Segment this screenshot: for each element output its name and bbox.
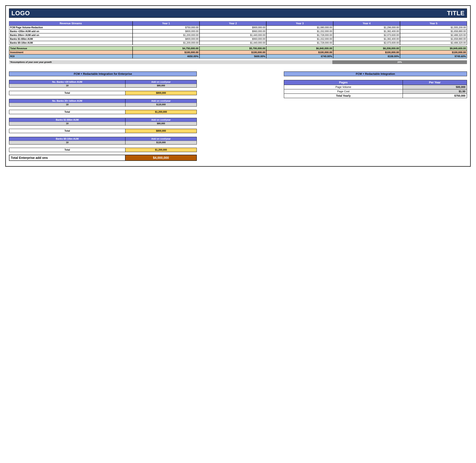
enterprise-group-table: No. Banks <20 billion AUMAdd on cost/yea… bbox=[9, 80, 197, 88]
revenue-row-label: Banks 20bn+ AUM add on bbox=[9, 33, 133, 37]
enterprise-group-total-label: Total bbox=[9, 110, 125, 114]
enterprise-group-head1: No. Banks 20+ billion AUM bbox=[9, 99, 125, 103]
revenue-cell: $1,296,000.00 bbox=[333, 26, 400, 29]
enterprise-group-total-label: Total bbox=[9, 148, 125, 152]
year-2-header: Year 2 bbox=[199, 21, 267, 26]
revenue-cell: $1,382,400.00 bbox=[333, 29, 400, 33]
revenue-cell: $1,152,000.00 bbox=[266, 29, 333, 33]
enterprise-group-table: Banks $5-10bn AUMAdd on cost/year10$120,… bbox=[9, 137, 197, 144]
revenue-cell: $1,152,000.00 bbox=[266, 37, 333, 41]
total-revenue-y3: $6,840,000.00 bbox=[266, 46, 333, 50]
revenue-cell: $1,382,400.00 bbox=[333, 37, 400, 41]
revenue-row: Banks $5-10bn AUM$1,200,000.00$1,440,000… bbox=[9, 41, 467, 45]
year-3-header: Year 3 bbox=[266, 21, 333, 26]
enterprise-group-total: Total$800,000 bbox=[9, 129, 197, 133]
revenue-cell: $1,555,200.00 bbox=[400, 26, 467, 29]
revenue-header-label: Revenue Streams bbox=[9, 21, 133, 26]
revenue-cell: $900,000.00 bbox=[199, 26, 267, 29]
revenue-cell: $750,000.00 bbox=[133, 26, 199, 29]
enterprise-grand-label: Total Enterprise add ons bbox=[9, 155, 125, 161]
revenue-header-row: Revenue Streams Year 1 Year 2 Year 3 Yea… bbox=[9, 21, 467, 26]
enterprise-group-cost: $80,000 bbox=[125, 122, 197, 125]
enterprise-group-total: Total$1,200,000 bbox=[9, 110, 197, 114]
enterprise-group-cost: $80,000 bbox=[125, 84, 197, 88]
total-revenue-y2: $5,700,000.00 bbox=[199, 46, 267, 50]
investment-label: Investment bbox=[9, 50, 133, 54]
enterprise-grand-total: Total Enterprise add ons $4,000,000 bbox=[9, 155, 197, 161]
integration-table: Pages Per Year Page Volume 500,000 Page … bbox=[284, 80, 467, 98]
enterprise-group-head1: Banks $1-$5bn AUM bbox=[9, 118, 125, 122]
enterprise-group-head2: Add on cost/year bbox=[125, 80, 197, 84]
enterprise-group-head2: Add on cost/year bbox=[125, 99, 197, 103]
enterprise-group-total-label: Total bbox=[9, 91, 125, 95]
enterprise-group-total-value: $800,000 bbox=[125, 91, 197, 95]
integration-total-label: Total Yearly bbox=[284, 94, 403, 98]
revenue-row: Banks 20bn+ AUM add on$1,200,000.00$1,44… bbox=[9, 33, 467, 37]
roi-y5: 9749.60% bbox=[400, 54, 467, 58]
enterprise-group-total: Total$800,000 bbox=[9, 91, 197, 95]
roi-label: ROI bbox=[9, 54, 133, 58]
roi-y1: 4650.00% bbox=[133, 54, 199, 58]
revenue-row-label: Banks $1-$5bn AUM bbox=[9, 37, 133, 41]
enterprise-group-cost: $120,000 bbox=[125, 103, 197, 107]
total-revenue-y4: $8,208,000.00 bbox=[333, 46, 400, 50]
investment-y3: $100,000.00 bbox=[266, 50, 333, 54]
page-frame: LOGO TITLE Revenue Streams Year 1 Year 2… bbox=[5, 5, 471, 167]
revenue-cell: $800,000.00 bbox=[133, 29, 199, 33]
logo-text: LOGO bbox=[11, 9, 30, 17]
integration-row: Page Cost $1.50 bbox=[284, 89, 467, 94]
enterprise-column: FCM + Redactable Integration for Enterpr… bbox=[9, 71, 197, 161]
year-4-header: Year 4 bbox=[333, 21, 400, 26]
enterprise-group-head2: Add on cost/year bbox=[125, 118, 197, 122]
roi-y3: 6740.00% bbox=[266, 54, 333, 58]
integration-head-peryear: Per Year bbox=[403, 80, 467, 85]
revenue-row-label: FCM Page Volume-Redaction bbox=[9, 26, 133, 29]
page-cost-label: Page Cost bbox=[284, 89, 403, 94]
enterprise-group-table: Banks $1-$5bn AUMAdd on cost/year10$80,0… bbox=[9, 118, 197, 125]
revenue-cell: $1,728,000.00 bbox=[266, 41, 333, 45]
revenue-cell: $2,073,600.00 bbox=[333, 41, 400, 45]
revenue-table: Revenue Streams Year 1 Year 2 Year 3 Yea… bbox=[9, 21, 467, 45]
roi-row: ROI 4650.00% 5600.00% 6740.00% 8108.00% … bbox=[9, 54, 467, 58]
total-revenue-y5: $9,849,600.00 bbox=[400, 46, 467, 50]
enterprise-group-cost: $120,000 bbox=[125, 141, 197, 144]
investment-y4: $100,000.00 bbox=[333, 50, 400, 54]
revenue-cell: $1,440,000.00 bbox=[199, 33, 267, 37]
integration-total-value: $750,000 bbox=[403, 94, 467, 98]
header-bar: LOGO TITLE bbox=[9, 9, 467, 18]
enterprise-group: No. Banks 20+ billion AUMAdd on cost/yea… bbox=[9, 99, 197, 114]
page-volume-value: 500,000 bbox=[403, 85, 467, 89]
integration-title: FCM + Redactable Integration bbox=[284, 71, 467, 76]
revenue-cell: $2,073,600.00 bbox=[333, 33, 400, 37]
revenue-cell: $1,080,000.00 bbox=[266, 26, 333, 29]
revenue-cell: $960,000.00 bbox=[199, 37, 267, 41]
revenue-cell: $960,000.00 bbox=[199, 29, 267, 33]
enterprise-group: No. Banks <20 billion AUMAdd on cost/yea… bbox=[9, 80, 197, 95]
revenue-cell: $1,200,000.00 bbox=[133, 41, 199, 45]
revenue-cell: $1,200,000.00 bbox=[133, 33, 199, 37]
revenue-cell: $2,488,320.00 bbox=[400, 33, 467, 37]
revenue-cell: $800,000.00 bbox=[133, 37, 199, 41]
enterprise-group-total-value: $800,000 bbox=[125, 129, 197, 133]
title-text: TITLE bbox=[447, 9, 465, 17]
integration-total-row: Total Yearly $750,000 bbox=[284, 94, 467, 98]
enterprise-group-count: 10 bbox=[9, 141, 125, 144]
revenue-cell: $1,658,880.00 bbox=[400, 37, 467, 41]
enterprise-group: Banks $1-$5bn AUMAdd on cost/year10$80,0… bbox=[9, 118, 197, 133]
summary-table: Total Revenue $4,750,000.00 $5,700,000.0… bbox=[9, 46, 467, 58]
total-revenue-y1: $4,750,000.00 bbox=[133, 46, 199, 50]
year-1-header: Year 1 bbox=[133, 21, 199, 26]
assumption-text: *Assumptions of year over year growth bbox=[9, 60, 332, 64]
investment-y1: $100,000.00 bbox=[133, 50, 199, 54]
enterprise-group-count: 10 bbox=[9, 103, 125, 107]
revenue-row: Banks $1-$5bn AUM$800,000.00$960,000.00$… bbox=[9, 37, 467, 41]
integration-row: Page Volume 500,000 bbox=[284, 85, 467, 89]
revenue-row-label: Banks $5-10bn AUM bbox=[9, 41, 133, 45]
assumption-value: 20% bbox=[332, 60, 467, 64]
page-cost-value: $1.50 bbox=[403, 89, 467, 94]
revenue-cell: $1,658,880.00 bbox=[400, 29, 467, 33]
enterprise-group-total-label: Total bbox=[9, 129, 125, 133]
enterprise-grand-amount: $4,000,000 bbox=[125, 155, 197, 161]
enterprise-group-head1: Banks $5-10bn AUM bbox=[9, 137, 125, 141]
revenue-cell: $2,488,320.00 bbox=[400, 41, 467, 45]
